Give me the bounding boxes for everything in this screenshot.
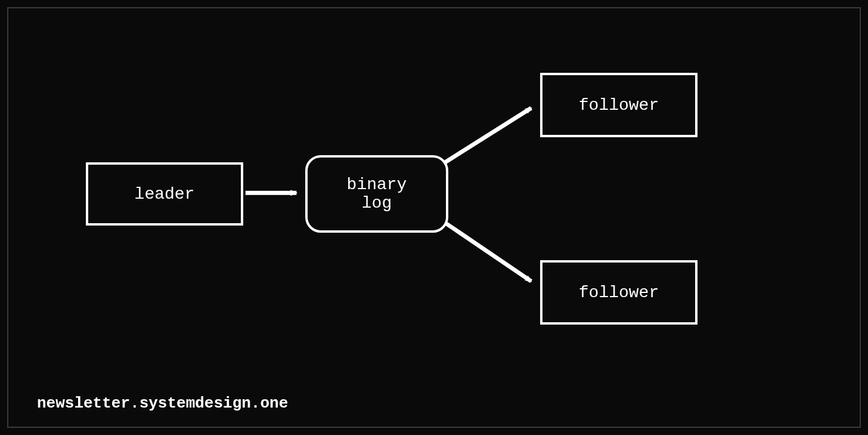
- node-leader: leader: [86, 162, 243, 226]
- node-follower-top: follower: [540, 73, 698, 137]
- diagram-canvas: leader binary log follower follower news…: [7, 7, 861, 428]
- edge-binlog-follower-top: [435, 108, 531, 168]
- node-follower-bottom: follower: [540, 260, 698, 325]
- node-binlog: binary log: [305, 155, 448, 233]
- node-leader-label: leader: [135, 185, 195, 203]
- watermark-text: newsletter.systemdesign.one: [37, 394, 288, 412]
- node-follower-bottom-label: follower: [579, 283, 659, 302]
- edge-binlog-follower-bottom: [435, 216, 531, 281]
- node-follower-top-label: follower: [579, 96, 659, 115]
- node-binlog-label: binary log: [347, 175, 407, 212]
